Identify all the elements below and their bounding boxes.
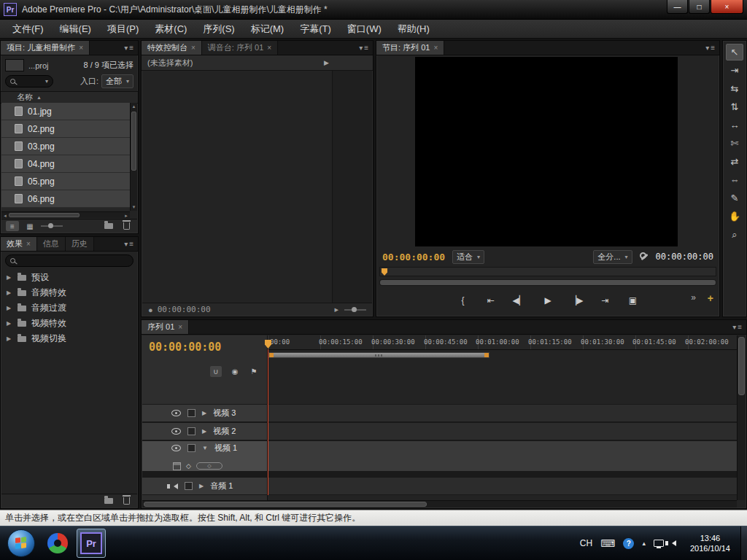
effect-controls-timecode[interactable]: 00:00:00:00 xyxy=(158,305,211,314)
tab-close-icon[interactable]: × xyxy=(26,240,31,248)
keyframe-navigator[interactable]: ◇ xyxy=(196,462,222,470)
slide-tool-button[interactable]: ⇔ xyxy=(726,171,743,188)
track-lane[interactable] xyxy=(268,405,737,421)
list-item[interactable]: 02.png xyxy=(1,120,130,138)
help-tray-icon[interactable]: ? xyxy=(623,538,634,549)
premiere-taskbar-button[interactable]: Pr xyxy=(77,529,106,558)
minimize-button[interactable]: — xyxy=(667,0,688,14)
name-column-header[interactable]: 名称 ▲ xyxy=(1,91,138,104)
project-search-box[interactable]: ▾ xyxy=(5,75,53,88)
panel-menu-icon[interactable]: ▾ ≡ xyxy=(728,320,746,334)
panel-menu-icon[interactable]: ▾ ≡ xyxy=(120,237,138,251)
new-bin-button[interactable] xyxy=(102,221,115,231)
tab-project[interactable]: 项目: 儿童相册制作 × xyxy=(1,41,90,55)
menu-item-window[interactable]: 窗口(W) xyxy=(339,20,390,38)
mini-zoom-slider[interactable] xyxy=(344,309,366,311)
chevron-right-icon[interactable]: ▶ xyxy=(7,289,12,296)
list-view-button[interactable]: ≡ xyxy=(6,221,19,231)
rate-stretch-tool-button[interactable]: ↔ xyxy=(726,117,743,133)
timeline-vertical-scrollbar[interactable] xyxy=(737,335,746,500)
tab-close-icon[interactable]: × xyxy=(79,44,83,52)
tab-close-icon[interactable]: × xyxy=(267,44,271,52)
panel-divider[interactable] xyxy=(332,71,333,303)
effects-search-input[interactable] xyxy=(18,257,128,265)
list-item[interactable]: 01.jpg xyxy=(1,103,130,120)
tab-close-icon[interactable]: × xyxy=(178,323,182,331)
export-frame-button[interactable]: ▣ xyxy=(627,295,638,306)
step-back-button[interactable]: ◀▏ xyxy=(513,295,526,306)
effects-folder-audio-effects[interactable]: ▶ 音频特效 xyxy=(1,285,138,300)
hand-tool-button[interactable]: ✋ xyxy=(726,208,743,225)
delete-button[interactable] xyxy=(120,496,133,506)
encore-chapter-marker-button[interactable]: ◉ xyxy=(229,366,241,377)
show-desktop-button[interactable] xyxy=(740,526,747,560)
expand-track-icon[interactable]: ▼ xyxy=(202,445,208,451)
delete-button[interactable] xyxy=(120,221,133,231)
list-item[interactable]: 03.png xyxy=(1,138,130,155)
timeline-current-timecode[interactable]: 00:00:00:00 xyxy=(149,341,221,354)
tab-close-icon[interactable]: × xyxy=(191,44,196,52)
tab-close-icon[interactable]: × xyxy=(433,44,438,52)
play-button[interactable]: ▶ xyxy=(542,295,554,306)
color-wheel-app-button[interactable] xyxy=(43,529,72,558)
step-forward-button[interactable]: ▕▶ xyxy=(570,295,583,306)
program-zoom-scrollbar[interactable] xyxy=(379,279,716,286)
track-lock-toggle[interactable] xyxy=(187,444,196,452)
toggle-track-output-icon[interactable] xyxy=(171,445,181,451)
menu-item-clip[interactable]: 素材(C) xyxy=(147,20,195,38)
work-area-start-handle[interactable] xyxy=(269,353,274,357)
program-current-timecode[interactable]: 00:00:00:00 xyxy=(382,252,445,262)
scrollbar-thumb[interactable] xyxy=(131,112,136,171)
ime-language-indicator[interactable]: CH xyxy=(580,538,592,548)
list-item[interactable]: 04.png xyxy=(1,155,130,173)
scroll-down-icon[interactable]: ▾ xyxy=(131,203,137,211)
speaker-icon[interactable] xyxy=(174,483,178,489)
start-button[interactable] xyxy=(7,529,35,557)
track-lock-toggle[interactable] xyxy=(187,409,196,417)
button-editor-add-button[interactable]: + xyxy=(708,292,713,304)
menu-item-sequence[interactable]: 序列(S) xyxy=(195,20,242,38)
icon-view-button[interactable]: ▦ xyxy=(23,221,36,231)
effects-folder-video-transitions[interactable]: ▶ 视频切换 xyxy=(1,331,138,346)
panel-menu-icon[interactable]: ▾ ≡ xyxy=(701,41,719,55)
panel-menu-icon[interactable]: ▾ ≡ xyxy=(355,41,373,55)
toggle-track-output-icon[interactable] xyxy=(171,410,181,416)
chevron-right-icon[interactable]: ▶ xyxy=(7,274,12,281)
program-playhead-grip[interactable] xyxy=(382,268,387,276)
show-hidden-icons-button[interactable]: ▴ xyxy=(642,540,646,547)
tab-sequence[interactable]: 序列 01 × xyxy=(142,320,189,334)
slider-knob[interactable] xyxy=(48,223,53,228)
effects-folder-audio-transitions[interactable]: ▶ 音频过渡 xyxy=(1,300,138,316)
vertical-scrollbar[interactable]: ▴ ▾ xyxy=(130,103,137,211)
scrollbar-thumb[interactable] xyxy=(144,502,427,507)
program-mini-ruler[interactable] xyxy=(379,267,716,276)
menu-item-marker[interactable]: 标记(M) xyxy=(243,20,293,38)
scrollbar-thumb[interactable] xyxy=(738,337,745,395)
scrollbar-thumb[interactable] xyxy=(9,213,80,217)
show-timeline-view-button[interactable]: ▶ xyxy=(324,59,329,66)
rolling-edit-tool-button[interactable]: ⇅ xyxy=(726,98,743,115)
menu-item-file[interactable]: 文件(F) xyxy=(4,20,52,38)
scroll-up-icon[interactable]: ▴ xyxy=(131,103,137,110)
track-lane[interactable] xyxy=(268,441,737,471)
list-item[interactable]: 06.png xyxy=(1,190,130,208)
effects-folder-presets[interactable]: ▶ 预设 xyxy=(1,270,138,285)
keyboard-icon[interactable]: ⌨ xyxy=(600,537,615,549)
timeline-ruler[interactable]: 00:00 00:00:15:00 00:00:30:00 00:00:45:0… xyxy=(268,335,740,350)
work-area-grip[interactable] xyxy=(375,354,384,357)
collapse-track-icon[interactable]: ▶ xyxy=(202,428,206,435)
horizontal-scrollbar[interactable]: ◂ ▸ xyxy=(1,211,130,218)
track-lane[interactable] xyxy=(268,478,737,494)
new-custom-bin-button[interactable] xyxy=(102,496,115,506)
panel-menu-icon[interactable]: ▾ ≡ xyxy=(120,41,138,55)
slider-knob[interactable] xyxy=(352,307,357,312)
tab-program[interactable]: 节目: 序列 01 × xyxy=(376,41,444,55)
add-marker-button[interactable]: ⚑ xyxy=(248,366,260,377)
timeline-horizontal-scrollbar[interactable] xyxy=(142,500,737,508)
track-lock-toggle[interactable] xyxy=(187,427,196,435)
menu-item-help[interactable]: 帮助(H) xyxy=(390,20,438,38)
zoom-tool-button[interactable]: ⌕ xyxy=(726,226,743,243)
list-item[interactable]: 05.png xyxy=(1,173,130,190)
collapse-track-icon[interactable]: ▶ xyxy=(199,483,204,489)
work-area-end-handle[interactable] xyxy=(484,353,489,357)
